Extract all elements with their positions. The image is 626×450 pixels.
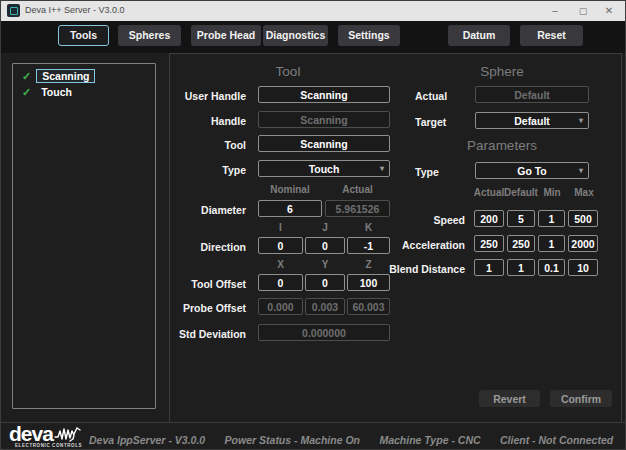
tool-offset-x-input[interactable] [258,274,303,291]
app-icon [7,4,20,17]
nominal-header: Nominal [258,184,322,195]
acceleration-default-input[interactable] [507,235,535,252]
tab-probe-head[interactable]: Probe Head [191,25,261,46]
titlebar: Deva I++ Server - V3.0.0 – ▢ ✕ [1,1,625,21]
tool-type-label: Type [170,164,246,176]
diameter-nominal-input[interactable] [258,200,322,217]
reset-button[interactable]: Reset [520,25,583,46]
probe-offset-z-field [347,298,390,315]
sphere-actual-label: Actual [415,90,470,102]
direction-j-input[interactable] [305,237,345,254]
tab-settings[interactable]: Settings [338,25,400,46]
probe-offset-x-field [258,298,303,315]
param-max-header: Max [568,187,600,198]
tool-list-item-scanning[interactable]: ✓Scanning [13,67,155,83]
status-bar: deva ELECTRONIC CONTROLS Deva IppServer … [1,422,625,450]
tool-offset-label: Tool Offset [170,278,246,290]
detail-panel: Tool User Handle Handle Tool Type Touch … [169,53,622,422]
std-deviation-label: Std Deviation [170,328,246,340]
parameters-type-dropdown[interactable]: Go To ▾ [475,162,589,179]
chevron-down-icon: ▾ [380,164,384,173]
sphere-actual-field [475,86,589,103]
blend-distance-default-input[interactable] [507,259,535,276]
status-items: Deva IppServer - V3.0.0 Power Status - M… [89,430,626,448]
user-handle-input[interactable] [258,86,390,103]
direction-label: Direction [170,241,246,253]
param-default-header: Default [502,187,540,198]
check-icon: ✓ [22,70,31,82]
blend-distance-actual-input[interactable] [474,259,504,276]
sphere-section-title: Sphere [442,64,562,79]
sphere-target-label: Target [415,116,470,128]
speed-min-input[interactable] [538,210,565,227]
parameters-section-title: Parameters [442,138,562,153]
datum-button[interactable]: Datum [448,25,510,46]
tool-type-value: Touch [309,163,340,175]
window-title: Deva I++ Server - V3.0.0 [25,5,125,15]
std-deviation-field [258,324,390,341]
tool-section-title: Tool [228,64,348,79]
blend-distance-max-input[interactable] [568,259,598,276]
minimize-button[interactable]: – [541,1,569,21]
acceleration-min-input[interactable] [538,235,565,252]
actual-header: Actual [325,184,390,195]
tool-list-item-touch[interactable]: ✓Touch [13,83,155,99]
check-icon: ✓ [22,86,31,98]
tool-offset-z-input[interactable] [347,274,390,291]
speed-max-input[interactable] [568,210,598,227]
sphere-target-value: Default [514,115,550,127]
status-machine-type: Machine Type - CNC [379,434,480,446]
tool-label: Tool [170,139,246,151]
param-min-header: Min [536,187,568,198]
status-client: Client - Not Connected [500,434,613,446]
blend-distance-label: Blend Distance [380,263,465,275]
tool-list: ✓Scanning ✓Touch [12,63,156,409]
tab-tools[interactable]: Tools [58,25,109,46]
main-area: ✓Scanning ✓Touch Tool User Handle Handle… [1,53,625,422]
probe-offset-label: Probe Offset [170,302,246,314]
tab-diagnostics[interactable]: Diagnostics [263,25,328,46]
status-power: Power Status - Machine On [225,434,360,446]
tool-input[interactable] [258,135,390,152]
acceleration-max-input[interactable] [568,235,598,252]
confirm-button[interactable]: Confirm [550,390,612,407]
tab-spheres[interactable]: Spheres [118,25,181,46]
parameters-type-label: Type [415,166,470,178]
sphere-target-dropdown[interactable]: Default ▾ [475,112,589,129]
revert-button[interactable]: Revert [479,390,540,407]
chevron-down-icon: ▾ [579,166,583,175]
axis-i-header: I [258,222,303,233]
tool-list-item-label: Touch [36,86,77,98]
probe-offset-y-field [305,298,345,315]
close-button[interactable]: ✕ [595,1,623,21]
axis-j-header: J [305,222,345,233]
axis-y-header: Y [305,259,345,270]
tool-offset-y-input[interactable] [305,274,345,291]
acceleration-label: Acceleration [380,239,465,251]
tool-type-dropdown[interactable]: Touch ▾ [258,160,390,177]
handle-field [258,111,390,128]
direction-i-input[interactable] [258,237,303,254]
app-window: Deva I++ Server - V3.0.0 – ▢ ✕ Tools Sph… [0,0,626,450]
header-bar: Tools Spheres Probe Head Diagnostics Set… [1,21,625,53]
handle-label: Handle [170,115,246,127]
user-handle-label: User Handle [170,90,246,102]
tool-list-item-label: Scanning [36,69,95,83]
axis-x-header: X [258,259,303,270]
diameter-label: Diameter [170,204,246,216]
speed-default-input[interactable] [507,210,535,227]
chevron-down-icon: ▾ [579,116,583,125]
acceleration-actual-input[interactable] [474,235,504,252]
speed-actual-input[interactable] [474,210,504,227]
status-server-version: Deva IppServer - V3.0.0 [89,434,205,446]
speed-label: Speed [380,214,465,226]
maximize-button[interactable]: ▢ [569,1,597,21]
deva-logo-subtext: ELECTRONIC CONTROLS [15,443,82,448]
blend-distance-min-input[interactable] [538,259,565,276]
parameters-type-value: Go To [517,165,547,177]
